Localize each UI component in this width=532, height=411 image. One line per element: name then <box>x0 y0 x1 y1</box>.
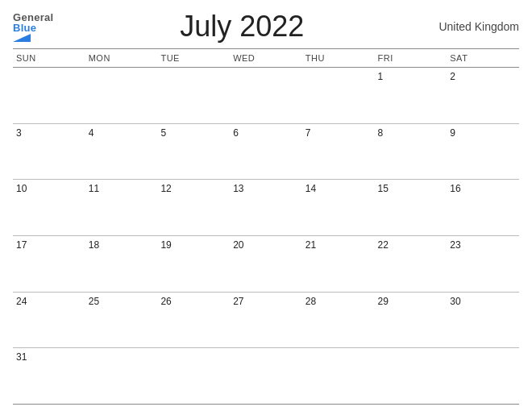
day-number: 26 <box>160 296 171 307</box>
calendar-header: General Blue July 2022 United Kingdom <box>13 10 519 44</box>
month-title: July 2022 <box>54 10 430 44</box>
day-number: 23 <box>450 239 460 251</box>
day-cell <box>302 68 375 123</box>
day-cell: 14 <box>302 180 375 235</box>
svg-marker-0 <box>13 34 31 42</box>
day-cell: 30 <box>447 293 519 348</box>
days-header: SUN MON TUE WED THU FRI SAT <box>13 48 519 68</box>
day-number: 25 <box>89 296 99 307</box>
day-cell <box>85 348 158 404</box>
day-number: 7 <box>305 127 311 139</box>
day-number: 28 <box>305 296 316 307</box>
day-cell: 28 <box>302 293 375 348</box>
day-cell: 7 <box>302 124 375 180</box>
day-cell: 25 <box>85 293 158 348</box>
day-cell: 12 <box>157 180 230 235</box>
day-cell: 22 <box>375 236 447 292</box>
day-cell: 8 <box>375 124 447 180</box>
day-cell <box>157 68 230 123</box>
day-number: 27 <box>233 296 243 307</box>
week-row-6: 31 <box>13 348 519 405</box>
day-cell: 19 <box>157 236 230 292</box>
day-cell: 27 <box>230 293 302 348</box>
day-cell: 24 <box>13 293 85 348</box>
day-thu: THU <box>302 52 375 64</box>
day-number: 21 <box>305 239 316 251</box>
day-cell <box>447 348 519 404</box>
day-number: 1 <box>378 71 384 82</box>
day-cell: 1 <box>375 68 447 123</box>
day-sun: SUN <box>13 52 85 64</box>
day-cell <box>13 68 85 123</box>
day-cell <box>302 348 375 404</box>
day-number: 3 <box>16 127 22 139</box>
day-number: 19 <box>160 239 171 251</box>
day-cell: 15 <box>375 180 447 235</box>
week-row-3: 10111213141516 <box>13 180 519 236</box>
day-number: 29 <box>378 296 389 307</box>
day-fri: FRI <box>375 52 447 64</box>
day-number: 5 <box>160 127 166 139</box>
day-wed: WED <box>230 52 302 64</box>
day-cell <box>230 68 302 123</box>
day-cell <box>375 348 447 404</box>
week-row-2: 3456789 <box>13 124 519 181</box>
day-number: 30 <box>450 296 460 307</box>
day-number: 24 <box>16 296 27 307</box>
weeks-container: 1234567891011121314151617181920212223242… <box>13 68 519 405</box>
day-cell: 4 <box>85 124 158 180</box>
day-number: 6 <box>233 127 239 139</box>
day-cell: 10 <box>13 180 85 235</box>
day-cell: 23 <box>447 236 519 292</box>
day-mon: MON <box>85 52 158 64</box>
day-cell: 6 <box>230 124 302 180</box>
country-label: United Kingdom <box>430 20 519 33</box>
week-row-1: 12 <box>13 68 519 124</box>
day-cell: 17 <box>13 236 85 292</box>
logo-general-text: General <box>13 12 54 23</box>
day-cell: 20 <box>230 236 302 292</box>
day-cell: 31 <box>13 348 85 404</box>
day-cell: 5 <box>157 124 230 180</box>
day-number: 9 <box>450 127 455 139</box>
week-row-5: 24252627282930 <box>13 293 519 349</box>
day-number: 10 <box>16 183 27 194</box>
day-cell <box>230 348 302 404</box>
day-number: 17 <box>16 239 27 251</box>
day-number: 14 <box>305 183 316 194</box>
day-cell: 9 <box>447 124 519 180</box>
logo-blue-text: Blue <box>13 23 36 33</box>
day-number: 20 <box>233 239 243 251</box>
day-cell: 16 <box>447 180 519 235</box>
logo-flag-icon <box>13 34 31 42</box>
day-sat: SAT <box>447 52 519 64</box>
day-number: 4 <box>89 127 94 139</box>
day-number: 13 <box>233 183 243 194</box>
day-cell <box>85 68 158 123</box>
day-cell: 18 <box>85 236 158 292</box>
day-number: 2 <box>450 71 455 82</box>
day-cell: 11 <box>85 180 158 235</box>
day-number: 11 <box>89 183 99 194</box>
day-cell: 13 <box>230 180 302 235</box>
day-tue: TUE <box>157 52 230 64</box>
day-number: 31 <box>16 351 27 363</box>
day-number: 18 <box>89 239 99 251</box>
day-cell <box>157 348 230 404</box>
day-number: 22 <box>378 239 389 251</box>
day-cell: 21 <box>302 236 375 292</box>
week-row-4: 17181920212223 <box>13 236 519 293</box>
logo: General Blue <box>13 12 54 42</box>
day-cell: 2 <box>447 68 519 123</box>
calendar-grid: SUN MON TUE WED THU FRI SAT 123456789101… <box>13 48 519 405</box>
day-cell: 26 <box>157 293 230 348</box>
day-number: 16 <box>450 183 460 194</box>
day-cell: 29 <box>375 293 447 348</box>
day-number: 12 <box>160 183 171 194</box>
calendar: General Blue July 2022 United Kingdom SU… <box>0 0 532 411</box>
day-number: 8 <box>378 127 384 139</box>
day-number: 15 <box>378 183 389 194</box>
day-cell: 3 <box>13 124 85 180</box>
